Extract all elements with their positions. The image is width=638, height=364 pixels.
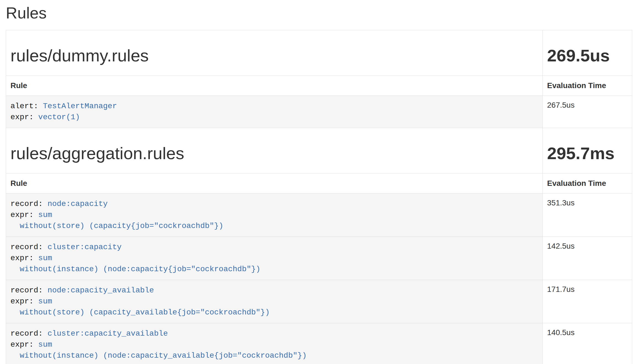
rule-keyword: expr: [10,211,38,219]
rule-code-line: expr: vector(1) [10,112,538,123]
group-file-cell: rules/aggregation.rules [6,128,543,173]
rule-row: record: node:capacity expr: sum without(… [6,194,632,237]
group-time-cell: 269.5us [543,30,632,75]
group-evaluation-time: 295.7ms [547,144,628,163]
group-header-row: rules/aggregation.rules 295.7ms [6,128,632,173]
group-file-name: rules/aggregation.rules [10,144,538,163]
rule-expr-link[interactable]: without(store) (capacity{job="cockroachd… [10,222,223,230]
group-file-name: rules/dummy.rules [10,46,538,65]
group-file-cell: rules/dummy.rules [6,30,543,75]
rule-expr-link[interactable]: without(instance) (node:capacity_availab… [10,351,307,360]
record-name-link[interactable]: cluster:capacity [47,243,121,251]
rule-expr-link[interactable]: sum [38,297,52,306]
rule-code: record: node:capacity expr: sum without(… [6,194,543,237]
rules-table: rules/dummy.rules 269.5us Rule Evaluatio… [6,30,632,364]
rule-row: record: cluster:capacity_available expr:… [6,323,632,364]
evaluation-time-cell: 351.3us [543,194,632,237]
column-header-evaluation-time: Evaluation Time [543,173,632,194]
rule-expr-link[interactable]: without(instance) (node:capacity{job="co… [10,265,260,273]
rule-keyword: expr: [10,254,38,262]
rule-row: record: node:capacity_available expr: su… [6,280,632,323]
rule-code-line: without(store) (capacity_available{job="… [10,307,538,318]
group-evaluation-time: 269.5us [547,46,628,65]
rule-code-line: without(instance) (node:capacity_availab… [10,350,538,361]
rule-keyword: alert: [10,102,43,110]
rule-keyword: expr: [10,113,38,121]
rule-keyword: record: [10,200,47,208]
group-time-cell: 295.7ms [543,128,632,173]
rule-code: record: cluster:capacity_available expr:… [6,323,543,364]
rule-keyword: record: [10,329,47,338]
alert-name-link[interactable]: TestAlertManager [43,102,117,110]
rule-code-line: expr: sum [10,210,538,221]
record-name-link[interactable]: node:capacity [47,200,107,208]
rule-keyword: record: [10,286,47,295]
rule-code-line: without(instance) (node:capacity{job="co… [10,264,538,275]
evaluation-time-cell: 171.7us [543,280,632,323]
rule-keyword: expr: [10,340,38,349]
rule-code-line: record: cluster:capacity_available [10,328,538,339]
record-name-link[interactable]: node:capacity_available [47,286,154,295]
rules-page: Rules rules/dummy.rules 269.5us Rule Eva… [0,4,638,364]
evaluation-time-cell: 140.5us [543,323,632,364]
rule-code-line: record: node:capacity_available [10,285,538,296]
column-header-rule: Rule [6,173,543,194]
column-header-row: Rule Evaluation Time [6,173,632,194]
rule-code: record: node:capacity_available expr: su… [6,280,543,323]
rule-row: alert: TestAlertManager expr: vector(1) … [6,96,632,128]
rule-keyword: record: [10,243,47,251]
rule-code-line: record: node:capacity [10,199,538,210]
column-header-rule: Rule [6,75,543,96]
record-name-link[interactable]: cluster:capacity_available [47,329,168,338]
rule-row: record: cluster:capacity expr: sum witho… [6,237,632,280]
evaluation-time-cell: 142.5us [543,237,632,280]
rule-expr-link[interactable]: sum [38,340,52,349]
column-header-row: Rule Evaluation Time [6,75,632,96]
column-header-evaluation-time: Evaluation Time [543,75,632,96]
rule-code-line: expr: sum [10,253,538,264]
rule-code-line: expr: sum [10,339,538,350]
rule-keyword: expr: [10,297,38,306]
rule-code-line: alert: TestAlertManager [10,101,538,112]
page-title: Rules [6,4,632,22]
rule-expr-link[interactable]: sum [38,211,52,219]
rule-expr-link[interactable]: without(store) (capacity_available{job="… [10,308,270,317]
evaluation-time-cell: 267.5us [543,96,632,128]
group-header-row: rules/dummy.rules 269.5us [6,30,632,75]
rule-expr-link[interactable]: sum [38,254,52,262]
rule-code: alert: TestAlertManager expr: vector(1) [6,96,543,128]
rule-code: record: cluster:capacity expr: sum witho… [6,237,543,280]
rule-code-line: expr: sum [10,296,538,307]
rule-code-line: without(store) (capacity{job="cockroachd… [10,221,538,232]
rule-expr-link[interactable]: vector(1) [38,113,80,121]
rule-code-line: record: cluster:capacity [10,242,538,253]
